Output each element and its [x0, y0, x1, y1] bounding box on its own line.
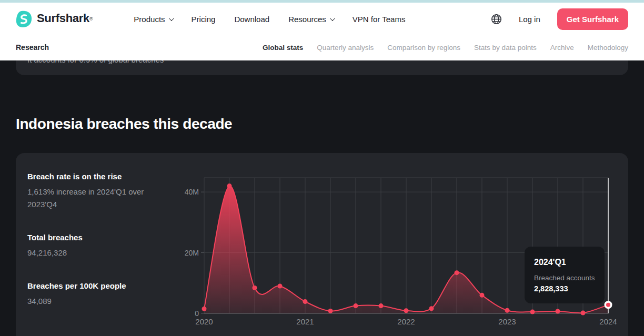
svg-text:40M: 40M	[185, 188, 199, 196]
subnav-item-stats-by-data-points[interactable]: Stats by data points	[474, 44, 537, 52]
subnav-item-global-stats[interactable]: Global stats	[263, 44, 303, 52]
research-subnav: Global stats Quarterly analysis Comparis…	[263, 44, 628, 52]
subnav-item-quarterly-analysis[interactable]: Quarterly analysis	[317, 44, 374, 52]
surfshark-logo[interactable]: Surfshark®	[16, 11, 93, 28]
site-header: Surfshark® Products Pricing Download Res…	[0, 3, 644, 60]
stat-total-breaches: Total breaches 94,216,328	[27, 233, 175, 259]
stat-breaches-per-100k: Breaches per 100K people 34,089	[27, 281, 175, 308]
stat-value: 94,216,328	[27, 247, 151, 259]
tooltip-value: 2,828,333	[534, 284, 595, 293]
globe-language-icon[interactable]	[491, 14, 502, 25]
chevron-down-icon	[330, 16, 335, 21]
svg-text:2024: 2024	[599, 317, 617, 326]
stat-title: Total breaches	[27, 233, 175, 242]
tooltip-quarter: 2024'Q1	[534, 258, 595, 267]
brand-wordmark: Surfshark®	[37, 11, 93, 26]
svg-text:2021: 2021	[296, 317, 314, 326]
subnav-item-comparison-by-regions[interactable]: Comparison by regions	[387, 44, 460, 52]
svg-text:20M: 20M	[185, 249, 199, 257]
svg-text:2020: 2020	[195, 317, 213, 326]
nav-item-resources[interactable]: Resources	[288, 15, 334, 24]
research-section-label[interactable]: Research	[16, 43, 49, 52]
stat-breach-rate: Breach rate is on the rise 1,613% increa…	[27, 172, 175, 211]
page-title: Indonesia breaches this decade	[16, 116, 628, 133]
nav-item-products[interactable]: Products	[134, 15, 172, 24]
stat-value: 1,613% increase in 2024'Q1 over 2023'Q4	[27, 186, 151, 211]
surfshark-logo-icon	[16, 11, 32, 28]
main-nav: Products Pricing Download Resources VPN …	[134, 15, 405, 24]
login-link[interactable]: Log in	[519, 15, 540, 24]
svg-text:0: 0	[195, 309, 199, 318]
previous-section-card-clipped: It accounts for 0.9% of global breaches	[16, 60, 628, 75]
stat-value: 34,089	[27, 295, 151, 308]
nav-item-vpn-for-teams[interactable]: VPN for Teams	[353, 15, 406, 24]
tooltip-label: Breached accounts	[534, 274, 595, 282]
subnav-item-methodology[interactable]: Methodology	[588, 44, 628, 52]
clipped-stat-text: It accounts for 0.9% of global breaches	[27, 60, 164, 64]
nav-item-pricing[interactable]: Pricing	[192, 15, 216, 24]
stat-title: Breach rate is on the rise	[27, 172, 175, 181]
chevron-down-icon	[169, 16, 174, 21]
svg-text:2022: 2022	[397, 317, 415, 326]
svg-text:2023: 2023	[498, 317, 516, 326]
stat-title: Breaches per 100K people	[27, 281, 175, 290]
get-surfshark-button[interactable]: Get Surfshark	[557, 8, 628, 30]
stats-panel: Breach rate is on the rise 1,613% increa…	[27, 172, 175, 325]
subnav-item-archive[interactable]: Archive	[550, 44, 574, 52]
breaches-chart-card: Breach rate is on the rise 1,613% increa…	[16, 153, 628, 336]
breaches-area-chart[interactable]: 020M40M20202021202220232024 2024'Q1 Brea…	[179, 173, 628, 331]
chart-tooltip: 2024'Q1 Breached accounts 2,828,333	[525, 247, 605, 303]
nav-item-download[interactable]: Download	[234, 15, 269, 24]
